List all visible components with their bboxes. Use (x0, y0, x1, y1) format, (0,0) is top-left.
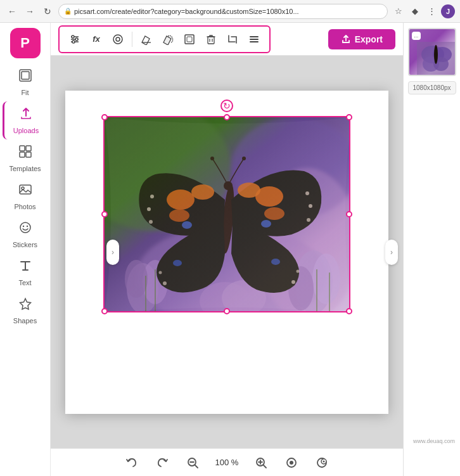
svg-rect-22 (208, 37, 214, 44)
svg-point-78 (290, 461, 293, 465)
svg-point-9 (22, 226, 23, 227)
profile-avatar[interactable]: J (441, 4, 455, 18)
shapes-label: Shapes (13, 317, 37, 325)
app-container: P Fit Uploads (0, 23, 460, 476)
svg-rect-1 (22, 72, 29, 79)
fx-label: fx (93, 34, 100, 44)
sidebar: P Fit Uploads (0, 23, 51, 476)
sidebar-item-templates[interactable]: Templates (3, 139, 48, 177)
erase2-tool-button[interactable] (158, 29, 178, 49)
resize-handle-tr[interactable] (346, 114, 352, 120)
mask-tool-button[interactable] (108, 29, 128, 49)
selected-image-layer[interactable]: ↻ (103, 116, 350, 312)
shapes-icon (18, 297, 32, 314)
rotate-handle[interactable]: ↻ (220, 100, 233, 112)
tool-divider-1 (132, 32, 132, 47)
svg-point-15 (75, 38, 78, 41)
collapse-left-panel-button[interactable]: › (106, 240, 119, 265)
main-area: fx (51, 23, 403, 476)
frame-tool-button[interactable] (179, 29, 200, 49)
zoom-in-button[interactable] (251, 453, 271, 473)
sidebar-item-photos[interactable]: Photos (3, 177, 48, 215)
bottom-toolbar: 100 % (51, 448, 403, 476)
url-text: picsart.com/create/editor?category=backg… (74, 8, 299, 15)
resize-handle-tl[interactable] (101, 114, 108, 120)
svg-point-16 (72, 41, 75, 43)
resize-handle-ml[interactable] (101, 211, 108, 217)
stickers-icon (18, 221, 32, 238)
svg-rect-4 (20, 152, 25, 157)
templates-icon (18, 145, 32, 162)
forward-button[interactable]: → (23, 4, 37, 18)
svg-point-14 (72, 35, 74, 38)
svg-rect-6 (20, 185, 31, 194)
fit-icon (18, 68, 32, 86)
crop-tool-button[interactable] (222, 29, 243, 49)
sidebar-item-stickers[interactable]: Stickers (3, 215, 48, 254)
top-toolbar: fx (51, 23, 403, 56)
fx-tool-button[interactable]: fx (86, 29, 106, 49)
svg-rect-2 (20, 146, 25, 151)
thumbnail-image: ... (409, 29, 455, 75)
star-button[interactable]: ☆ (392, 4, 406, 18)
export-button[interactable]: Export (328, 29, 395, 49)
thumbnail-speech-bubble: ... (412, 32, 421, 40)
export-label: Export (355, 34, 383, 44)
canvas-thumbnail[interactable]: ... (408, 28, 456, 76)
back-button[interactable]: ← (5, 4, 19, 18)
svg-rect-27 (250, 41, 259, 42)
canvas-wrapper[interactable]: › (51, 56, 403, 448)
svg-rect-5 (26, 152, 31, 157)
history-button[interactable] (312, 453, 332, 473)
resize-handle-mr[interactable] (346, 211, 352, 217)
svg-rect-21 (187, 37, 192, 42)
lock-icon: 🔒 (64, 8, 72, 15)
uploads-icon (19, 106, 33, 124)
erase-tool-button[interactable] (136, 29, 157, 49)
zoom-out-button[interactable] (182, 453, 203, 473)
export-icon (341, 34, 351, 44)
resize-handle-tm[interactable] (224, 114, 230, 120)
undo-button[interactable] (122, 453, 142, 473)
expand-right-panel-button[interactable]: › (385, 240, 398, 265)
extensions-button[interactable]: ◆ (408, 4, 422, 18)
resize-handle-bl[interactable] (101, 308, 108, 314)
canvas-size-label: 1080x1080px (408, 81, 456, 94)
thumbnail-butterfly (417, 42, 455, 75)
photos-icon (18, 183, 32, 200)
adjust-tool-button[interactable] (65, 29, 85, 49)
svg-point-8 (20, 222, 30, 233)
text-icon (18, 259, 32, 276)
stickers-label: Stickers (13, 241, 37, 248)
app-logo[interactable]: P (10, 28, 41, 58)
photos-label: Photos (14, 203, 35, 210)
browser-bar: ← → ↻ 🔒 picsart.com/create/editor?catego… (0, 0, 460, 23)
svg-point-87 (434, 45, 438, 64)
menu-button[interactable]: ⋮ (425, 4, 438, 18)
right-panel: ... 1080x1080px (403, 23, 460, 476)
svg-point-18 (116, 37, 120, 41)
resize-handle-bm[interactable] (224, 308, 230, 314)
butterfly-image (105, 117, 349, 311)
svg-rect-3 (26, 146, 31, 151)
sidebar-item-text[interactable]: Text (3, 254, 48, 292)
svg-line-76 (264, 465, 266, 468)
browser-icons: ☆ ◆ ⋮ J (392, 4, 455, 18)
sidebar-item-shapes[interactable]: Shapes (3, 292, 48, 330)
text-label: Text (18, 279, 31, 286)
svg-point-17 (113, 35, 122, 44)
url-bar[interactable]: 🔒 picsart.com/create/editor?category=bac… (58, 4, 388, 19)
delete-tool-button[interactable] (201, 29, 221, 49)
more-tool-button[interactable] (244, 29, 264, 49)
preview-button[interactable] (281, 453, 302, 473)
refresh-button[interactable]: ↻ (41, 4, 54, 18)
svg-point-81 (323, 460, 325, 462)
resize-handle-br[interactable] (346, 308, 352, 314)
svg-point-10 (26, 226, 27, 227)
sidebar-item-fit[interactable]: Fit (3, 63, 48, 101)
zoom-value: 100 % (213, 458, 241, 467)
redo-button[interactable] (152, 453, 172, 473)
sidebar-item-uploads[interactable]: Uploads (3, 101, 48, 139)
uploads-label: Uploads (13, 127, 39, 134)
svg-rect-26 (250, 39, 259, 40)
